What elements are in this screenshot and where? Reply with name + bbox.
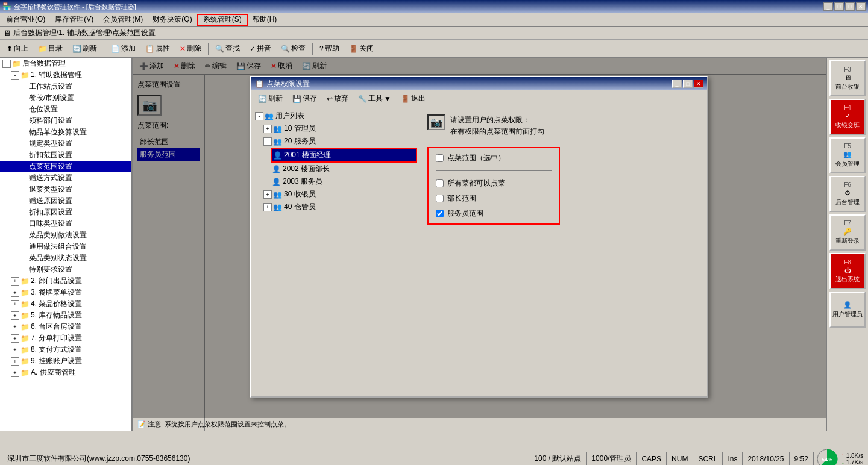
dialog-discard-button[interactable]: ↩ 放弃	[322, 92, 353, 105]
minimize-button[interactable]: _	[823, 2, 833, 11]
dialog-close-button[interactable]: ✕	[694, 80, 703, 88]
dialog-minimize-button[interactable]: _	[672, 80, 682, 88]
sidebar-combo[interactable]: 通用做法组合设置	[0, 241, 131, 252]
sidebar-meal[interactable]: 餐段/市别设置	[0, 92, 131, 104]
dtree-40-toggle[interactable]: +	[263, 203, 272, 211]
dialog-refresh-button[interactable]: 🔄 刷新	[254, 92, 287, 105]
toggle-9[interactable]: +	[11, 357, 19, 366]
fkey-f7-button[interactable]: F7 🔑 重新登录	[829, 214, 866, 251]
toggle-4[interactable]: +	[11, 300, 19, 308]
cb-dept-range[interactable]: 部长范围	[436, 193, 552, 204]
dtree-node-2003[interactable]: 👤 2003 服务员	[271, 175, 417, 188]
toggle-7[interactable]: +	[11, 334, 19, 343]
sidebar-item-A[interactable]: + 📁 A. 供应商管理	[0, 367, 131, 378]
sidebar-special[interactable]: 特别要求设置	[0, 264, 131, 275]
cb-all-range[interactable]: 所有菜都可以点菜	[436, 178, 552, 189]
fkey-user-button[interactable]: 👤 用户管理员	[829, 292, 866, 328]
sidebar-taste[interactable]: 口味类型设置	[0, 218, 131, 229]
sidebar-item-1[interactable]: - 📁 1. 辅助数据管理	[0, 69, 131, 81]
toolbar-up-button[interactable]: ⬆ 向上	[2, 42, 33, 56]
dtree-20-toggle[interactable]: -	[263, 137, 272, 146]
menu-member[interactable]: 会员管理(M)	[98, 14, 148, 26]
maximize-button[interactable]: □	[845, 2, 855, 11]
dtree-2001-label: 2001 楼面经理	[284, 150, 331, 160]
toggle-2[interactable]: +	[11, 277, 19, 286]
sidebar-cooking-label: 菜品类别做法设置	[29, 230, 87, 240]
toolbar-help-button[interactable]: ? 帮助	[315, 42, 344, 56]
fkey-f8-button[interactable]: F8 ⏻ 退出系统	[829, 253, 866, 289]
cb-range-selected[interactable]: 点菜范围（选中）	[436, 153, 552, 163]
toolbar-add-button[interactable]: 📄 添加	[107, 42, 140, 56]
sidebar-root[interactable]: - 📁 后台数据管理	[0, 58, 131, 69]
dtree-root-toggle[interactable]: -	[255, 112, 263, 120]
sidebar-item-3[interactable]: + 📁 3. 餐牌菜单设置	[0, 287, 131, 298]
close-button[interactable]: ✕	[856, 2, 866, 11]
toolbar-search-button[interactable]: 🔍 查找	[211, 42, 244, 56]
dtree-node-10[interactable]: + 👥 10 管理员	[262, 122, 417, 135]
toggle-6[interactable]: +	[11, 323, 19, 331]
toggle-A[interactable]: +	[11, 369, 19, 377]
root-toggle[interactable]: -	[2, 60, 11, 68]
menu-prev[interactable]: 前台营业(O)	[1, 14, 50, 26]
sidebar-dept[interactable]: 领料部门设置	[0, 115, 131, 126]
sidebar-item-7[interactable]: + 📁 7. 分单打印设置	[0, 332, 131, 344]
dialog-exit-button[interactable]: 🚪 退出	[397, 92, 430, 105]
sidebar-type[interactable]: 规定类型设置	[0, 138, 131, 149]
sidebar-item-6[interactable]: + 📁 6. 台区台房设置	[0, 321, 131, 332]
status-ins-text: Ins	[728, 455, 737, 463]
dialog-save-button[interactable]: 💾 保存	[288, 92, 321, 105]
sidebar-return[interactable]: 退菜类型设置	[0, 184, 131, 195]
toggle-3[interactable]: +	[11, 289, 19, 297]
cb-staff-range-input[interactable]	[436, 210, 444, 217]
dtree-node-30[interactable]: + 👥 30 收银员	[262, 188, 417, 201]
dialog-tools-button[interactable]: 🔧 工具 ▼	[354, 92, 395, 105]
cb-dept-range-input[interactable]	[436, 195, 444, 202]
dtree-10-toggle[interactable]: +	[263, 125, 272, 133]
sidebar-cooking[interactable]: 菜品类别做法设置	[0, 229, 131, 241]
fkey-f5-button[interactable]: F5 👥 会员管理	[829, 137, 866, 173]
sidebar-order-range[interactable]: 点菜范围设置	[0, 161, 131, 172]
sidebar-unit[interactable]: 物品单位换算设置	[0, 126, 131, 138]
toggle-8[interactable]: +	[11, 346, 19, 354]
cb-staff-range[interactable]: 服务员范围	[436, 208, 552, 219]
toolbar-refresh-button[interactable]: 🔄 刷新	[68, 42, 101, 56]
sidebar-status[interactable]: 菜品类别状态设置	[0, 252, 131, 264]
menu-help[interactable]: 帮助(H)	[248, 14, 282, 26]
restore-button[interactable]: □	[834, 2, 844, 11]
dialog-restore-button[interactable]: □	[683, 80, 693, 88]
dtree-node-2002[interactable]: 👤 2002 楼面部长	[271, 163, 417, 175]
sidebar-gift-reason[interactable]: 赠送原因设置	[0, 195, 131, 207]
toggle-5[interactable]: +	[11, 311, 19, 320]
toolbar-pinyin-button[interactable]: ✓ 拼音	[245, 42, 275, 56]
sidebar-item-2[interactable]: + 📁 2. 部门出品设置	[0, 275, 131, 287]
sidebar-item-8[interactable]: + 📁 8. 支付方式设置	[0, 344, 131, 355]
toggle-1[interactable]: -	[11, 71, 19, 80]
sidebar-warehouse[interactable]: 仓位设置	[0, 104, 131, 115]
dtree-30-toggle[interactable]: +	[263, 190, 272, 199]
sidebar-gift-label: 赠送方式设置	[29, 173, 72, 183]
toolbar-close-button[interactable]: 🚪 关闭	[345, 42, 378, 56]
menu-inventory[interactable]: 库存管理(V)	[50, 14, 98, 26]
menu-system[interactable]: 系统管理(S)	[197, 14, 248, 26]
dialog-tree-root[interactable]: - 👥 用户列表	[254, 110, 417, 122]
fkey-f3-button[interactable]: F3 🖥 前台收银	[829, 60, 866, 96]
sidebar-item-5[interactable]: + 📁 5. 库存物品设置	[0, 310, 131, 321]
sidebar-gift[interactable]: 赠送方式设置	[0, 172, 131, 184]
toolbar-attr-button[interactable]: 📋 属性	[141, 42, 174, 56]
cb-range-selected-input[interactable]	[436, 154, 444, 162]
dtree-node-20[interactable]: - 👥 20 服务员	[262, 135, 417, 148]
sidebar-item-4[interactable]: + 📁 4. 菜品价格设置	[0, 298, 131, 310]
sidebar-workstation[interactable]: 工作站点设置	[0, 81, 131, 92]
toolbar-dir-button[interactable]: 📁 目录	[34, 42, 67, 56]
menu-finance[interactable]: 财务决策(Q)	[148, 14, 197, 26]
sidebar-discount[interactable]: 折扣范围设置	[0, 149, 131, 161]
toolbar-delete-button[interactable]: ✕ 删除	[175, 42, 206, 56]
dtree-node-40[interactable]: + 👥 40 仓管员	[262, 201, 417, 213]
toolbar-check-button[interactable]: 🔍 检查	[277, 42, 310, 56]
fkey-f6-button[interactable]: F6 ⚙ 后台管理	[829, 176, 866, 212]
sidebar-item-9[interactable]: + 📁 9. 挂账账户设置	[0, 355, 131, 367]
cb-all-range-input[interactable]	[436, 179, 444, 187]
sidebar-discount-reason[interactable]: 折扣原因设置	[0, 207, 131, 218]
fkey-f4-button[interactable]: F4 ✓ 收银交班	[829, 99, 866, 135]
dtree-node-2001[interactable]: 👤 2001 楼面经理	[271, 148, 417, 163]
